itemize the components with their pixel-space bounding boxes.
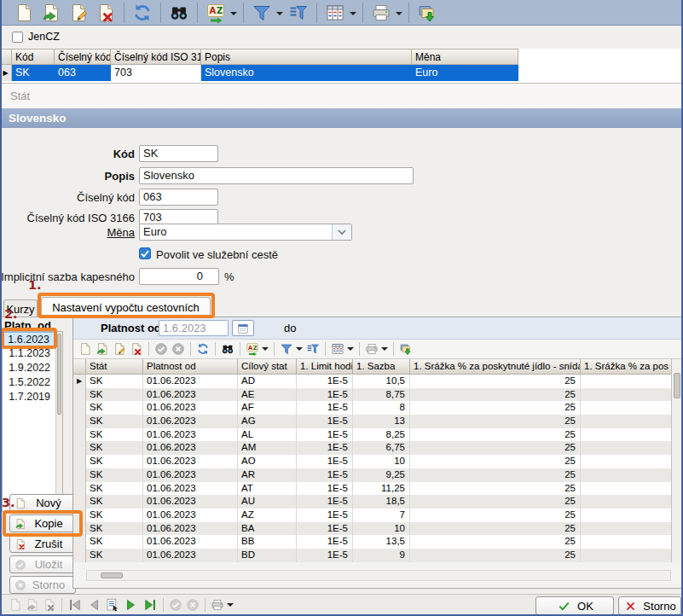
grid-cell[interactable]: BD <box>238 549 297 562</box>
grid-cell[interactable] <box>581 549 672 562</box>
grid-column-header[interactable]: Stát <box>86 359 143 375</box>
grid-cell[interactable]: 01.06.2023 <box>143 549 238 562</box>
grid-cell[interactable]: 1E-5 <box>297 375 353 388</box>
filter-dropdown-arrow[interactable] <box>296 347 303 354</box>
grid-cell[interactable]: AD <box>238 375 297 388</box>
columns-dropdown-arrow[interactable] <box>350 12 356 19</box>
table-row[interactable]: ▶ SK 063 703 Slovensko Euro <box>0 65 683 81</box>
jencz-checkbox[interactable] <box>12 32 23 43</box>
grid-cell[interactable]: 25 <box>410 375 581 388</box>
grid-cell[interactable]: AE <box>238 388 297 402</box>
ok-button[interactable]: OK <box>535 596 614 615</box>
platnost-date-item[interactable]: 1.5.2022 <box>3 375 62 390</box>
table-row[interactable]: ▶SK01.06.2023AD1E-510,525 <box>73 375 672 388</box>
first-record-icon[interactable] <box>67 597 83 613</box>
mena-combo[interactable]: Euro <box>139 224 352 241</box>
grid-cell[interactable]: 6,75 <box>353 441 410 455</box>
grid-cell[interactable]: SK <box>86 495 143 508</box>
scrollbar-thumb[interactable] <box>674 373 680 398</box>
grid-column-header[interactable]: 1. Limit hodin <box>297 359 353 375</box>
grid-cell[interactable]: BA <box>238 522 297 536</box>
grid-cell[interactable]: 13,5 <box>353 535 410 549</box>
combo-dropdown-button[interactable] <box>332 224 351 240</box>
kod-field[interactable]: SK <box>139 145 218 162</box>
grid-cell[interactable]: 8,25 <box>353 428 410 442</box>
platnost-date-item[interactable]: 1.1.2023 <box>3 346 62 361</box>
cell-mena[interactable]: Euro <box>412 65 518 81</box>
table-row[interactable]: SK01.06.2023AO1E-51025 <box>73 455 672 468</box>
grid-cell[interactable]: 8 <box>353 401 410 415</box>
delete-icon[interactable] <box>130 342 143 356</box>
grid-cell[interactable] <box>581 428 672 442</box>
grid-cell[interactable]: 13 <box>353 415 410 428</box>
grid-cell[interactable]: AZ <box>238 508 297 522</box>
grid-cell[interactable]: SK <box>86 508 143 522</box>
grid-cell[interactable]: 1E-5 <box>297 428 353 442</box>
grid-column-header[interactable]: Platnost od <box>143 359 238 375</box>
table-row[interactable]: SK01.06.2023AL1E-58,2525 <box>73 428 672 442</box>
print-icon[interactable] <box>211 598 224 612</box>
grid-hscrollbar[interactable] <box>86 570 671 581</box>
table-row[interactable]: SK01.06.2023AU1E-518,525 <box>73 495 672 508</box>
table-row[interactable]: SK01.06.2023AZ1E-5725 <box>73 508 672 522</box>
columns-dropdown-arrow[interactable] <box>347 347 354 354</box>
tab-nastaveni-active[interactable]: Nastavení vypočtu cestovních náhrad <box>41 297 211 317</box>
grid-cell[interactable]: SK <box>86 549 143 562</box>
grid-cell[interactable]: 01.06.2023 <box>143 468 238 482</box>
grid-cell[interactable]: SK <box>86 428 143 442</box>
grid-cell[interactable]: 01.06.2023 <box>143 482 238 496</box>
grid-cell[interactable]: SK <box>86 441 143 455</box>
record-list-icon[interactable] <box>105 597 120 613</box>
grid-cell[interactable]: 10,5 <box>353 375 410 388</box>
grid-cell[interactable] <box>581 441 672 455</box>
table-row[interactable]: SK01.06.2023BD1E-5925 <box>73 549 672 562</box>
grid-cell[interactable]: 25 <box>410 522 581 536</box>
grid-cell[interactable]: SK <box>86 522 143 536</box>
copy-icon[interactable] <box>96 342 109 356</box>
grid-cell[interactable]: 25 <box>410 549 581 562</box>
grid-cell[interactable]: 25 <box>410 415 581 428</box>
grid-cell[interactable]: 25 <box>410 468 581 482</box>
filter-dropdown-arrow[interactable] <box>276 12 283 19</box>
platnost-date-item[interactable]: 1.6.2023 <box>3 332 62 346</box>
grid-cell[interactable]: AF <box>238 401 297 415</box>
cell-ciselny-kod[interactable]: 063 <box>55 65 111 81</box>
sazba-field[interactable]: 0 <box>139 268 219 285</box>
previous-record-icon[interactable] <box>86 597 101 613</box>
delete-icon[interactable] <box>96 3 116 23</box>
find-icon[interactable] <box>221 342 234 356</box>
filter-icon[interactable] <box>252 3 272 23</box>
grid-cell[interactable] <box>581 415 672 428</box>
columns-icon[interactable] <box>331 342 344 356</box>
grid-cell[interactable]: SK <box>86 401 143 415</box>
grid-cell[interactable]: 01.06.2023 <box>143 415 238 428</box>
grid-cell[interactable]: 01.06.2023 <box>143 522 238 536</box>
grid-cell[interactable]: SK <box>86 375 143 388</box>
platnost-date-item[interactable]: 1.9.2022 <box>3 361 62 375</box>
grid-column-header[interactable]: 1. Sazba <box>353 359 410 375</box>
grid-cell[interactable]: SK <box>86 482 143 496</box>
grid-cell[interactable]: 1E-5 <box>297 415 353 428</box>
sort-az-icon[interactable] <box>205 3 226 23</box>
grid-cell[interactable]: 25 <box>410 441 581 455</box>
grid-cell[interactable]: AM <box>238 441 297 455</box>
scrollbar-thumb[interactable] <box>57 334 61 415</box>
grid-cell[interactable] <box>581 495 672 508</box>
grid-cell[interactable]: 01.06.2023 <box>143 455 238 468</box>
new-icon[interactable] <box>78 342 92 356</box>
grid-cell[interactable]: 01.06.2023 <box>143 535 238 549</box>
grid-cell[interactable]: 01.06.2023 <box>143 375 238 388</box>
last-record-icon[interactable] <box>142 597 158 613</box>
grid-cell[interactable]: 01.06.2023 <box>143 441 238 455</box>
sort-dropdown-arrow[interactable] <box>230 12 237 19</box>
cell-popis[interactable]: Slovensko <box>201 65 412 81</box>
cell-kod[interactable]: SK <box>12 65 55 81</box>
grid-cell[interactable]: 01.06.2023 <box>143 508 238 522</box>
grid-cell[interactable]: 10 <box>353 522 410 536</box>
grid-cell[interactable]: AG <box>238 415 297 428</box>
find-icon[interactable] <box>169 3 189 23</box>
copy-icon[interactable] <box>41 3 61 23</box>
grid-cell[interactable]: 7 <box>353 508 410 522</box>
cell-iso-focused[interactable]: 703 <box>111 65 201 81</box>
grid-cell[interactable]: 1E-5 <box>297 441 353 455</box>
